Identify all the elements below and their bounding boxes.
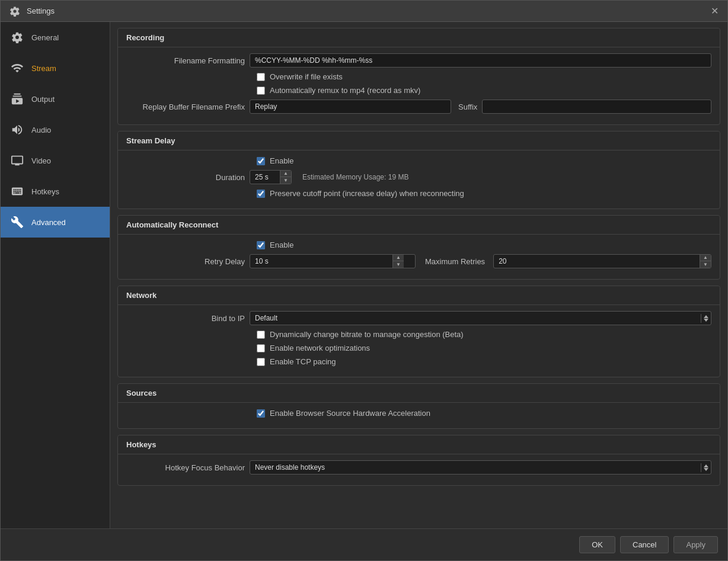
bind-to-ip-label: Bind to IP bbox=[126, 314, 245, 323]
sidebar-item-output[interactable]: Output bbox=[1, 84, 110, 114]
overwrite-checkbox[interactable] bbox=[257, 73, 265, 81]
stream-delay-enable-checkbox[interactable] bbox=[257, 157, 265, 165]
hotkeys-settings-title: Hotkeys bbox=[118, 435, 720, 454]
duration-down-button[interactable]: ▼ bbox=[280, 177, 291, 184]
arrow-up-icon bbox=[704, 315, 708, 318]
remux-checkbox[interactable] bbox=[257, 86, 265, 95]
tcp-pacing-checkbox[interactable] bbox=[257, 358, 265, 366]
retry-row: Retry Delay 10 s ▲ ▼ Maximum Retries 20 bbox=[126, 254, 711, 268]
sources-title: Sources bbox=[118, 384, 720, 403]
bind-to-ip-value: Default bbox=[250, 312, 701, 325]
filename-formatting-label: Filename Formatting bbox=[126, 56, 245, 65]
bind-to-ip-arrow bbox=[701, 314, 711, 323]
retry-delay-label: Retry Delay bbox=[126, 257, 245, 266]
preserve-checkbox[interactable] bbox=[257, 190, 265, 198]
browser-accel-label: Enable Browser Source Hardware Accelerat… bbox=[270, 409, 430, 418]
max-retries-label: Maximum Retries bbox=[425, 257, 485, 266]
replay-buffer-row: Replay Buffer Filename Prefix Suffix bbox=[126, 100, 711, 114]
overwrite-row: Overwrite if file exists bbox=[257, 72, 711, 81]
network-optimizations-label: Enable network optimizations bbox=[270, 344, 370, 352]
settings-window: Settings ✕ General Stream bbox=[0, 0, 728, 561]
reconnect-enable-checkbox[interactable] bbox=[257, 241, 265, 249]
titlebar: Settings ✕ bbox=[1, 1, 727, 22]
duration-up-button[interactable]: ▲ bbox=[280, 171, 291, 177]
bind-to-ip-select[interactable]: Default bbox=[250, 311, 711, 325]
stream-icon bbox=[10, 61, 24, 75]
overwrite-label: Overwrite if file exists bbox=[270, 72, 343, 81]
sidebar-item-stream[interactable]: Stream bbox=[1, 53, 110, 84]
sidebar-general-label: General bbox=[31, 33, 59, 42]
duration-row: Duration 25 s ▲ ▼ Estimated Memory Usage… bbox=[126, 170, 711, 184]
footer: OK Cancel Apply bbox=[1, 528, 727, 560]
replay-prefix-label: Replay Buffer Filename Prefix bbox=[126, 102, 245, 111]
preserve-row: Preserve cutoff point (increase delay) w… bbox=[257, 189, 711, 198]
dynamic-bitrate-checkbox[interactable] bbox=[257, 331, 265, 339]
suffix-label: Suffix bbox=[458, 102, 477, 111]
hotkey-arrow-up-icon bbox=[704, 464, 708, 467]
network-section: Network Bind to IP Default bbox=[117, 286, 720, 377]
sidebar-item-advanced[interactable]: Advanced bbox=[1, 207, 110, 238]
filename-formatting-input[interactable] bbox=[250, 53, 711, 68]
apply-button[interactable]: Apply bbox=[673, 536, 718, 553]
advanced-icon bbox=[10, 215, 24, 229]
hotkeys-icon bbox=[10, 184, 24, 198]
window-title: Settings bbox=[27, 7, 55, 15]
audio-icon bbox=[10, 123, 24, 137]
app-icon bbox=[8, 4, 22, 18]
sidebar-video-label: Video bbox=[31, 156, 51, 165]
replay-prefix-input[interactable] bbox=[250, 100, 451, 114]
auto-reconnect-title: Automatically Reconnect bbox=[118, 216, 720, 235]
network-body: Bind to IP Default Dynamically change bi… bbox=[118, 305, 720, 377]
max-retries-spinner: 20 ▲ ▼ bbox=[493, 254, 711, 268]
browser-accel-row: Enable Browser Source Hardware Accelerat… bbox=[257, 409, 711, 418]
arrow-down-icon bbox=[704, 319, 708, 322]
sidebar-stream-label: Stream bbox=[31, 64, 56, 73]
cancel-button[interactable]: Cancel bbox=[620, 536, 669, 553]
stream-delay-title: Stream Delay bbox=[118, 132, 720, 150]
sidebar-item-video[interactable]: Video bbox=[1, 145, 110, 176]
filename-formatting-row: Filename Formatting bbox=[126, 53, 711, 68]
recording-section: Recording Filename Formatting Overwrite … bbox=[117, 28, 720, 125]
duration-spinner-buttons: ▲ ▼ bbox=[280, 171, 291, 184]
max-retries-up-button[interactable]: ▲ bbox=[700, 255, 711, 261]
video-icon bbox=[10, 153, 24, 168]
max-retries-down-button[interactable]: ▼ bbox=[700, 261, 711, 268]
retry-delay-up-button[interactable]: ▲ bbox=[393, 255, 404, 261]
ok-button[interactable]: OK bbox=[579, 536, 615, 553]
duration-label: Duration bbox=[126, 173, 245, 182]
hotkey-focus-select[interactable]: Never disable hotkeys bbox=[250, 460, 711, 475]
sources-body: Enable Browser Source Hardware Accelerat… bbox=[118, 403, 720, 428]
duration-spinner: 25 s ▲ ▼ bbox=[250, 170, 292, 184]
suffix-input[interactable] bbox=[482, 100, 711, 114]
bind-to-ip-row: Bind to IP Default bbox=[126, 311, 711, 325]
close-button[interactable]: ✕ bbox=[708, 5, 720, 17]
sidebar-item-general[interactable]: General bbox=[1, 22, 110, 53]
network-title: Network bbox=[118, 286, 720, 305]
retry-delay-spinner: 10 s ▲ ▼ bbox=[250, 254, 416, 268]
sidebar-item-audio[interactable]: Audio bbox=[1, 114, 110, 145]
retry-delay-value: 10 s bbox=[250, 255, 392, 268]
auto-reconnect-section: Automatically Reconnect Enable Retry Del… bbox=[117, 215, 720, 280]
titlebar-left: Settings bbox=[8, 4, 55, 18]
sources-section: Sources Enable Browser Source Hardware A… bbox=[117, 383, 720, 429]
hotkey-arrow-down-icon bbox=[704, 468, 708, 471]
reconnect-enable-row: Enable bbox=[257, 241, 711, 249]
retry-delay-down-button[interactable]: ▼ bbox=[393, 261, 404, 268]
content-area: General Stream Output bbox=[1, 22, 727, 528]
recording-body: Filename Formatting Overwrite if file ex… bbox=[118, 47, 720, 124]
sidebar-item-hotkeys[interactable]: Hotkeys bbox=[1, 176, 110, 207]
stream-delay-body: Enable Duration 25 s ▲ ▼ Estimated Memor… bbox=[118, 150, 720, 209]
max-retries-buttons: ▲ ▼ bbox=[700, 255, 711, 268]
network-optimizations-checkbox[interactable] bbox=[257, 344, 265, 352]
tcp-pacing-row: Enable TCP pacing bbox=[257, 357, 711, 366]
output-icon bbox=[10, 92, 24, 106]
remux-label: Automatically remux to mp4 (record as mk… bbox=[270, 86, 420, 95]
hotkeys-settings-section: Hotkeys Hotkey Focus Behavior Never disa… bbox=[117, 435, 720, 486]
hotkey-focus-value: Never disable hotkeys bbox=[250, 461, 701, 474]
sidebar: General Stream Output bbox=[1, 22, 110, 528]
gear-icon bbox=[10, 30, 24, 44]
tcp-pacing-label: Enable TCP pacing bbox=[270, 357, 336, 366]
max-retries-value: 20 bbox=[494, 255, 700, 268]
browser-accel-checkbox[interactable] bbox=[257, 409, 265, 418]
sidebar-output-label: Output bbox=[31, 95, 55, 104]
